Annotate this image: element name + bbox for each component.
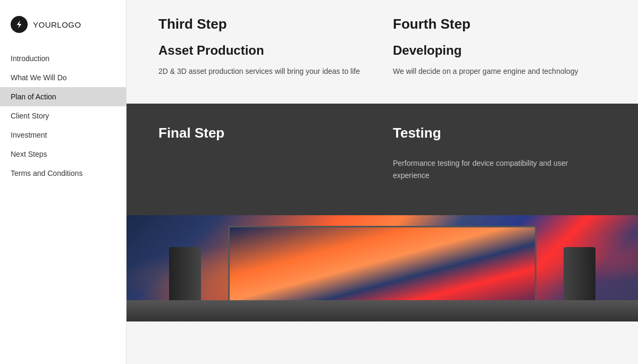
fourth-step-title: Developing <box>393 43 606 58</box>
svg-marker-0 <box>17 21 22 28</box>
sidebar-item-investment[interactable]: Investment <box>0 125 126 145</box>
third-step-column: Third Step Asset Production 2D & 3D asse… <box>158 16 372 77</box>
sidebar-item-introduction[interactable]: Introduction <box>0 49 126 68</box>
sidebar-item-client-story[interactable]: Client Story <box>0 106 126 125</box>
final-step-label: Final Step <box>158 125 372 141</box>
desk-surface <box>127 300 638 321</box>
sidebar-item-terms-and-conditions[interactable]: Terms and Conditions <box>0 164 126 183</box>
lightning-icon <box>14 20 24 29</box>
final-step-column: Final Step <box>158 125 372 189</box>
sidebar-item-next-steps[interactable]: Next Steps <box>0 145 126 164</box>
testing-step-label: Testing <box>393 125 606 141</box>
logo-light: LOGO <box>57 20 81 29</box>
third-step-label: Third Step <box>158 16 372 32</box>
testing-step-desc: Performance testing for device compatibi… <box>393 157 606 181</box>
logo-text: YOURLOGO <box>33 20 81 29</box>
monitor-shape <box>228 226 536 311</box>
sidebar-item-plan-of-action[interactable]: Plan of Action <box>0 87 126 106</box>
logo-bold: YOUR <box>33 20 57 29</box>
nav-list: Introduction What We Will Do Plan of Act… <box>0 49 126 183</box>
fourth-step-desc: We will decide on a proper game engine a… <box>393 65 606 77</box>
image-section <box>127 215 638 321</box>
logo-area: YOURLOGO <box>0 11 126 49</box>
main-content: Third Step Asset Production 2D & 3D asse… <box>127 0 638 364</box>
fourth-step-label: Fourth Step <box>393 16 606 32</box>
third-step-desc: 2D & 3D asset production services will b… <box>158 65 372 77</box>
logo-icon <box>11 16 28 33</box>
dark-section: Final Step Testing Performance testing f… <box>127 104 638 215</box>
testing-step-column: Testing Performance testing for device c… <box>393 125 606 189</box>
third-step-title: Asset Production <box>158 43 372 58</box>
fourth-step-column: Fourth Step Developing We will decide on… <box>393 16 606 77</box>
light-section: Third Step Asset Production 2D & 3D asse… <box>127 0 638 104</box>
sidebar-item-what-we-will-do[interactable]: What We Will Do <box>0 68 126 87</box>
sidebar: YOURLOGO Introduction What We Will Do Pl… <box>0 0 127 364</box>
